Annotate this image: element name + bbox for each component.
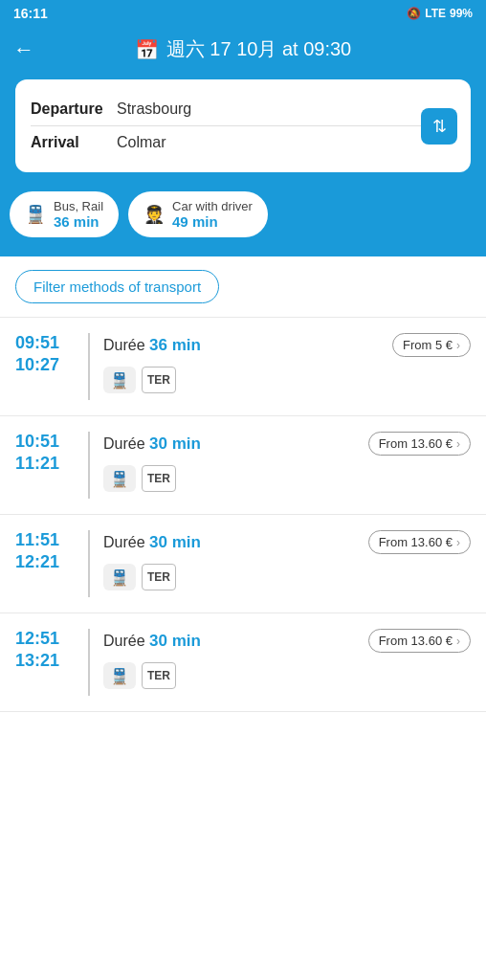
badges-3: 🚆 TER: [103, 662, 471, 689]
duration-1: Durée 30 min: [103, 434, 201, 454]
arrow-icon-2: ›: [456, 536, 460, 549]
journey-details-0: Durée 36 min From 5 € › 🚆 TER: [103, 333, 471, 393]
badges-0: 🚆 TER: [103, 367, 471, 393]
arrive-time-1: 11:21: [15, 454, 75, 474]
journey-item-1[interactable]: 10:51 11:21 Durée 30 min From 13.60 € › …: [0, 416, 486, 515]
ter-badge-1: TER: [142, 465, 176, 492]
filter-button[interactable]: Filter methods of transport: [15, 270, 219, 303]
mute-icon: 🔕: [407, 7, 421, 20]
transport-time-1: 49 min: [172, 213, 253, 230]
duration-2: Durée 30 min: [103, 533, 201, 552]
arrival-row: Arrival Colmar: [31, 125, 455, 159]
depart-time-3: 12:51: [15, 629, 75, 649]
status-bar: 16:11 🔕 LTE 99%: [0, 0, 486, 27]
bus-rail-icon: 🚆: [25, 204, 46, 225]
arrow-icon-3: ›: [456, 635, 460, 648]
back-button[interactable]: ←: [13, 37, 34, 62]
calendar-icon: 📅: [135, 38, 159, 61]
transport-info-1: Car with driver 49 min: [172, 199, 253, 230]
duration-row-1: Durée 30 min From 13.60 € ›: [103, 432, 471, 456]
transport-type-0: Bus, Rail: [54, 199, 103, 213]
train-badge-0: 🚆: [103, 367, 136, 393]
ter-badge-0: TER: [142, 367, 176, 393]
header: ← 📅 週六 17 10月 at 09:30: [0, 27, 486, 79]
transport-option-1[interactable]: 🧑‍✈️ Car with driver 49 min: [128, 191, 268, 237]
journey-divider-3: [88, 629, 90, 696]
battery-icon: 99%: [450, 7, 473, 20]
price-button-1[interactable]: From 13.60 € ›: [368, 432, 471, 456]
journey-details-1: Durée 30 min From 13.60 € › 🚆 TER: [103, 432, 471, 492]
transport-time-0: 36 min: [54, 213, 103, 230]
duration-3: Durée 30 min: [103, 632, 201, 651]
signal-icon: LTE: [425, 7, 446, 20]
journey-divider-1: [88, 432, 90, 499]
train-badge-3: 🚆: [103, 662, 136, 689]
price-button-2[interactable]: From 13.60 € ›: [368, 530, 471, 554]
train-badge-2: 🚆: [103, 564, 136, 590]
badges-2: 🚆 TER: [103, 564, 471, 590]
arrival-value: Colmar: [117, 134, 166, 151]
duration-row-2: Durée 30 min From 13.60 € ›: [103, 530, 471, 554]
journey-times-3: 12:51 13:21: [15, 629, 75, 671]
arrow-icon-0: ›: [456, 339, 460, 352]
ter-badge-2: TER: [142, 564, 176, 590]
badges-1: 🚆 TER: [103, 465, 471, 492]
arrive-time-2: 12:21: [15, 552, 75, 572]
journey-list: 09:51 10:27 Durée 36 min From 5 € › 🚆 TE…: [0, 318, 486, 712]
swap-icon: ⇅: [432, 116, 447, 137]
journey-times-0: 09:51 10:27: [15, 333, 75, 375]
journey-times-1: 10:51 11:21: [15, 432, 75, 474]
filter-section: Filter methods of transport: [0, 256, 486, 318]
departure-row: Departure Strasbourg: [31, 93, 455, 125]
departure-label: Departure: [31, 100, 107, 118]
ter-badge-3: TER: [142, 662, 176, 689]
route-card: Departure Strasbourg Arrival Colmar ⇅: [0, 79, 486, 191]
depart-time-2: 11:51: [15, 530, 75, 550]
arrival-label: Arrival: [31, 134, 107, 151]
journey-details-2: Durée 30 min From 13.60 € › 🚆 TER: [103, 530, 471, 590]
journey-times-2: 11:51 12:21: [15, 530, 75, 572]
price-button-0[interactable]: From 5 € ›: [392, 333, 471, 357]
car-driver-icon: 🧑‍✈️: [144, 204, 165, 225]
departure-value: Strasbourg: [117, 100, 191, 118]
route-inner: Departure Strasbourg Arrival Colmar ⇅: [15, 79, 471, 172]
trip-date: 週六 17 10月 at 09:30: [166, 36, 351, 62]
status-icons: 🔕 LTE 99%: [407, 7, 473, 20]
arrow-icon-1: ›: [456, 437, 460, 451]
transport-options: 🚆 Bus, Rail 36 min 🧑‍✈️ Car with driver …: [0, 191, 486, 256]
transport-info-0: Bus, Rail 36 min: [54, 199, 103, 230]
transport-option-0[interactable]: 🚆 Bus, Rail 36 min: [10, 191, 119, 237]
main-content: Filter methods of transport 09:51 10:27 …: [0, 256, 486, 712]
journey-item-0[interactable]: 09:51 10:27 Durée 36 min From 5 € › 🚆 TE…: [0, 318, 486, 416]
duration-0: Durée 36 min: [103, 336, 201, 355]
status-time: 16:11: [13, 6, 48, 21]
depart-time-1: 10:51: [15, 432, 75, 452]
arrive-time-0: 10:27: [15, 355, 75, 375]
train-badge-1: 🚆: [103, 465, 136, 492]
duration-row-3: Durée 30 min From 13.60 € ›: [103, 629, 471, 653]
journey-divider-0: [88, 333, 90, 400]
journey-details-3: Durée 30 min From 13.60 € › 🚆 TER: [103, 629, 471, 689]
price-button-3[interactable]: From 13.60 € ›: [368, 629, 471, 653]
journey-divider-2: [88, 530, 90, 597]
arrive-time-3: 13:21: [15, 651, 75, 671]
journey-item-3[interactable]: 12:51 13:21 Durée 30 min From 13.60 € › …: [0, 613, 486, 712]
transport-type-1: Car with driver: [172, 199, 253, 213]
depart-time-0: 09:51: [15, 333, 75, 353]
header-title: 📅 週六 17 10月 at 09:30: [135, 36, 351, 62]
journey-item-2[interactable]: 11:51 12:21 Durée 30 min From 13.60 € › …: [0, 515, 486, 613]
swap-button[interactable]: ⇅: [421, 108, 457, 145]
duration-row-0: Durée 36 min From 5 € ›: [103, 333, 471, 357]
